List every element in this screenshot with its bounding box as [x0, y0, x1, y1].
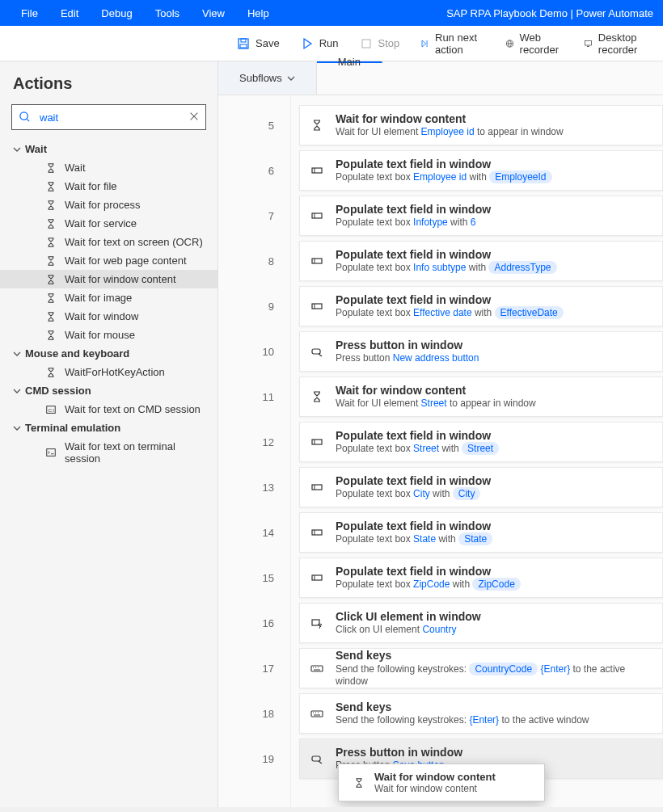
- hourglass-icon: [45, 181, 57, 192]
- flow-step[interactable]: Send keysSend the following keystrokes: …: [299, 693, 663, 734]
- hourglass-icon: [353, 777, 365, 789]
- line-number: 9: [218, 291, 290, 336]
- desktop-recorder-button[interactable]: Desktop recorder: [573, 32, 663, 56]
- step-title: Wait for window content: [336, 111, 652, 126]
- hourglass-icon: [45, 330, 57, 341]
- menu-tools[interactable]: Tools: [144, 7, 191, 19]
- step-subtitle: Populate text box Info subtype with Addr…: [336, 262, 652, 275]
- tree-group[interactable]: Wait: [0, 140, 217, 158]
- clear-search-icon[interactable]: [188, 111, 200, 124]
- stop-button[interactable]: Stop: [349, 37, 411, 50]
- actions-title: Actions: [0, 71, 217, 104]
- menu-debug[interactable]: Debug: [90, 7, 143, 19]
- field-icon: [310, 481, 323, 494]
- flow-step[interactable]: Wait for window contentWait for UI eleme…: [299, 105, 663, 145]
- action-item[interactable]: Wait for text on screen (OCR): [0, 233, 217, 251]
- flow-step[interactable]: Populate text field in windowPopulate te…: [299, 467, 663, 507]
- action-item[interactable]: WaitForHotKeyAction: [0, 363, 217, 381]
- line-number: 5: [218, 110, 290, 155]
- step-subtitle: Wait for UI element Employee id to appea…: [336, 126, 652, 139]
- save-button[interactable]: Save: [226, 37, 290, 50]
- svg-rect-30: [312, 530, 322, 535]
- tree-group[interactable]: Terminal emulation: [0, 419, 217, 437]
- search-input[interactable]: [11, 104, 206, 130]
- flow-step[interactable]: Populate text field in windowPopulate te…: [299, 557, 663, 598]
- hourglass-icon: [45, 292, 57, 304]
- svg-line-11: [27, 119, 29, 121]
- svg-rect-2: [240, 44, 247, 48]
- step-subtitle: Populate text box ZipCode with ZipCode: [336, 578, 652, 591]
- search-icon: [19, 111, 31, 125]
- line-gutter: 5678910111213141516171819: [218, 95, 291, 812]
- tree-group[interactable]: Mouse and keyboard: [0, 344, 217, 363]
- flow-step[interactable]: Press button in windowPress button New a…: [299, 331, 663, 372]
- svg-point-10: [20, 112, 27, 120]
- hourglass-icon: [45, 200, 57, 211]
- flow-step[interactable]: Populate text field in windowPopulate te…: [299, 150, 663, 191]
- field-icon: [310, 255, 323, 267]
- step-subtitle: Populate text box Infotype with 6: [336, 217, 652, 229]
- stop-icon: [360, 37, 373, 50]
- line-number: 19: [218, 743, 290, 789]
- step-subtitle: Press button New address button: [336, 352, 652, 365]
- action-item[interactable]: Wait: [0, 158, 217, 177]
- main-tab[interactable]: Main: [317, 61, 382, 63]
- svg-rect-21: [312, 259, 322, 263]
- menu-file[interactable]: File: [10, 7, 49, 19]
- chevron-down-icon: [13, 424, 21, 432]
- step-title: Populate text field in window: [336, 564, 652, 578]
- actions-tree: WaitWaitWait for fileWait for processWai…: [0, 140, 217, 812]
- hourglass-icon: [310, 390, 323, 403]
- step-title: Populate text field in window: [336, 428, 652, 443]
- svg-rect-23: [312, 304, 322, 309]
- flow-tabs: Subflows Main: [218, 61, 663, 95]
- action-item[interactable]: Wait for window: [0, 307, 217, 326]
- hourglass-icon: [45, 237, 57, 248]
- line-number: 8: [218, 246, 290, 291]
- action-item[interactable]: Wait for process: [0, 196, 217, 214]
- step-title: Populate text field in window: [336, 292, 652, 307]
- hourglass-icon: [45, 274, 57, 285]
- web-recorder-button[interactable]: Web recorder: [495, 32, 573, 56]
- action-item[interactable]: Wait for window content: [0, 270, 217, 288]
- desktop-icon: [584, 37, 593, 50]
- line-number: 15: [218, 562, 290, 608]
- workspace: Subflows Main 5678910111213141516171819 …: [218, 61, 663, 812]
- flow-step[interactable]: Populate text field in windowPopulate te…: [299, 512, 663, 553]
- terminal-icon: [45, 447, 57, 458]
- hourglass-icon: [45, 255, 57, 267]
- menu-bar: FileEditDebugToolsViewHelp SAP RPA Playb…: [0, 0, 663, 26]
- run-button[interactable]: Run: [290, 37, 349, 50]
- line-number: 11: [218, 381, 290, 427]
- line-number: 10: [218, 336, 290, 381]
- field-icon: [310, 300, 323, 313]
- flow-step[interactable]: Send keysSend the following keystrokes: …: [299, 648, 663, 688]
- step-subtitle: Populate text box City with City: [336, 488, 652, 501]
- flow-step[interactable]: Populate text field in windowPopulate te…: [299, 241, 663, 281]
- step-subtitle: Send the following keystrokes: CountryCo…: [336, 663, 652, 688]
- action-item[interactable]: C:\Wait for text on CMD session: [0, 400, 217, 419]
- action-item[interactable]: Wait for file: [0, 177, 217, 196]
- menu-edit[interactable]: Edit: [49, 7, 90, 19]
- app-title: SAP RPA Playbook Demo | Power Automate: [446, 7, 653, 19]
- flow-step[interactable]: Wait for window contentWait for UI eleme…: [299, 377, 663, 417]
- action-item[interactable]: Wait for web page content: [0, 251, 217, 270]
- svg-rect-26: [312, 440, 322, 444]
- step-title: Click UI element in window: [336, 609, 652, 624]
- tree-group[interactable]: CMD session: [0, 381, 217, 400]
- action-item[interactable]: Wait for image: [0, 288, 217, 307]
- action-item[interactable]: Wait for mouse: [0, 326, 217, 344]
- flow-step[interactable]: Click UI element in windowClick on UI el…: [299, 603, 663, 643]
- line-number: 7: [218, 200, 290, 246]
- subflows-tab[interactable]: Subflows: [218, 61, 317, 95]
- step-title: Wait for window content: [336, 383, 652, 398]
- flow-step[interactable]: Populate text field in windowPopulate te…: [299, 196, 663, 236]
- svg-rect-16: [47, 449, 56, 456]
- flow-step[interactable]: Populate text field in windowPopulate te…: [299, 422, 663, 462]
- run-next-button[interactable]: Run next action: [410, 32, 494, 56]
- flow-step[interactable]: Populate text field in windowPopulate te…: [299, 286, 663, 326]
- action-item[interactable]: Wait for service: [0, 214, 217, 233]
- action-item[interactable]: Wait for text on terminal session: [0, 437, 217, 468]
- menu-help[interactable]: Help: [236, 7, 281, 19]
- menu-view[interactable]: View: [191, 7, 236, 19]
